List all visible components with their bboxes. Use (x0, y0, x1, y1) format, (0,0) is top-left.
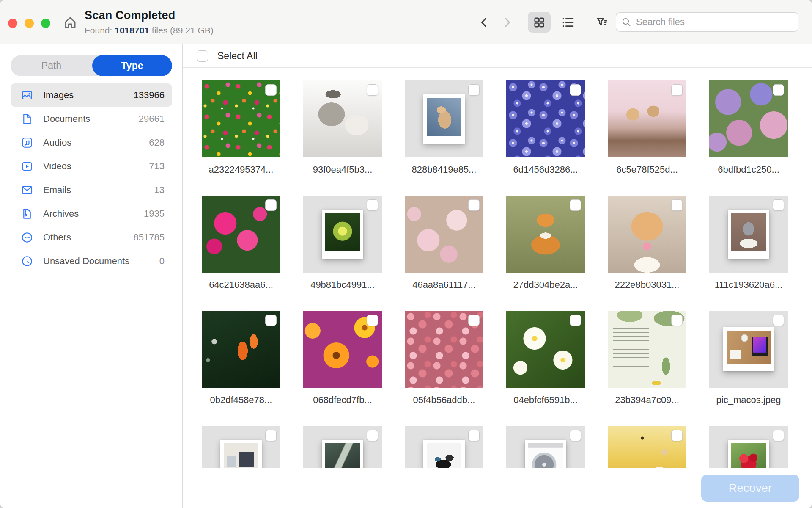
tile-checkbox[interactable] (468, 199, 480, 211)
grid-cell (506, 426, 585, 468)
list-view-button[interactable] (558, 14, 578, 31)
tile-checkbox[interactable] (265, 84, 277, 96)
sidebar-item-audios[interactable]: Audios628 (11, 131, 172, 154)
tile-checkbox[interactable] (570, 315, 581, 326)
tile-checkbox[interactable] (773, 84, 784, 96)
tile-checkbox[interactable] (367, 199, 378, 211)
select-all-checkbox[interactable] (197, 50, 208, 62)
file-tile[interactable] (709, 80, 788, 157)
tile-checkbox[interactable] (265, 199, 277, 211)
category-count: 628 (149, 137, 165, 148)
sidebar-item-images[interactable]: Images133966 (11, 83, 172, 107)
desk-macos-photo (727, 331, 771, 364)
file-tile[interactable] (202, 426, 280, 468)
grid-cell (709, 426, 788, 468)
tile-checkbox[interactable] (468, 430, 480, 441)
header-titles: Scan Completed Found: 1018701 files (89.… (85, 9, 214, 36)
grid-cell: 6d1456d3286... (506, 80, 585, 196)
tile-checkbox[interactable] (570, 199, 581, 211)
file-tile[interactable] (709, 426, 788, 468)
home-icon (63, 15, 78, 30)
tile-checkbox[interactable] (671, 84, 683, 96)
tile-checkbox[interactable] (367, 430, 378, 441)
tab-path[interactable]: Path (11, 55, 92, 76)
file-tile[interactable] (506, 80, 585, 157)
sidebar-item-emails[interactable]: Emails13 (11, 178, 172, 202)
file-tile[interactable] (405, 311, 483, 388)
minimize-button[interactable] (25, 19, 34, 28)
tile-checkbox[interactable] (671, 430, 683, 441)
sidebar-item-others[interactable]: Others851785 (11, 226, 172, 249)
tile-checkbox[interactable] (773, 199, 784, 211)
tile-checkbox[interactable] (570, 430, 581, 441)
tile-checkbox[interactable] (265, 315, 277, 326)
file-tile[interactable] (405, 426, 483, 468)
tile-checkbox[interactable] (367, 84, 378, 96)
file-tile[interactable] (506, 196, 585, 273)
file-tile[interactable] (202, 311, 280, 388)
file-tile[interactable] (303, 80, 382, 157)
file-grid: a2322495374...93f0ea4f5b3...828b8419e85.… (183, 68, 812, 468)
file-tile[interactable] (608, 426, 686, 468)
zoom-button[interactable] (41, 19, 50, 28)
recover-button[interactable]: Recover (701, 475, 799, 502)
filter-button[interactable] (592, 14, 612, 31)
path-type-segmented-control: Path Type (11, 55, 172, 76)
grid-cell (405, 426, 483, 468)
category-label: Audios (43, 137, 149, 148)
file-tile[interactable] (303, 311, 382, 388)
file-tile[interactable] (709, 196, 788, 273)
tile-checkbox[interactable] (468, 84, 480, 96)
file-tile[interactable] (303, 426, 382, 468)
file-tile[interactable] (608, 311, 686, 388)
sidebar: Path Type Images133966Documents29661Audi… (0, 44, 183, 508)
black-camera-photo (427, 443, 461, 468)
category-label: Archives (43, 208, 144, 219)
file-tile[interactable] (709, 311, 788, 388)
file-tile[interactable] (608, 196, 686, 273)
archives-icon (21, 207, 33, 220)
search-input[interactable] (635, 16, 793, 28)
main-content: Select All a2322495374...93f0ea4f5b3...8… (183, 44, 812, 508)
tile-checkbox[interactable] (671, 315, 683, 326)
scan-summary: Found: 1018701 files (89.21 GB) (85, 25, 214, 36)
file-tile[interactable] (608, 80, 686, 157)
tile-checkbox[interactable] (773, 430, 784, 441)
file-name: 05f4b56addb... (405, 395, 483, 406)
back-button[interactable] (476, 14, 492, 30)
home-button[interactable] (62, 14, 79, 31)
forward-button[interactable] (499, 14, 515, 30)
sidebar-item-documents[interactable]: Documents29661 (11, 107, 172, 130)
file-name: 64c21638aa6... (202, 279, 280, 290)
file-tile[interactable] (506, 311, 585, 388)
category-label: Images (43, 90, 134, 101)
tile-checkbox[interactable] (367, 315, 378, 326)
unsaved-icon (21, 255, 33, 268)
file-tile[interactable] (405, 196, 483, 273)
file-tile[interactable] (303, 196, 382, 273)
bottom-bar: Recover (183, 468, 812, 508)
polaroid-frame (723, 327, 774, 371)
sidebar-item-unsaved-documents[interactable]: Unsaved Documents0 (11, 249, 172, 273)
audios-icon (21, 136, 33, 149)
file-name: 0b2df458e78... (202, 395, 280, 406)
documents-icon (21, 113, 33, 125)
page-title: Scan Completed (85, 9, 214, 22)
file-tile[interactable] (405, 80, 483, 157)
polaroid-frame (220, 440, 262, 468)
file-tile[interactable] (506, 426, 585, 468)
polaroid-frame (423, 94, 465, 144)
grid-view-button[interactable] (528, 12, 551, 33)
file-tile[interactable] (202, 196, 280, 273)
sidebar-item-archives[interactable]: Archives1935 (11, 202, 172, 225)
tile-checkbox[interactable] (265, 430, 277, 441)
tile-checkbox[interactable] (773, 315, 784, 326)
file-grid-scroll-area[interactable]: a2322495374...93f0ea4f5b3...828b8419e85.… (183, 68, 812, 468)
tab-type[interactable]: Type (92, 55, 172, 76)
sidebar-item-videos[interactable]: Videos713 (11, 155, 172, 178)
file-tile[interactable] (202, 80, 280, 157)
tile-checkbox[interactable] (570, 84, 581, 96)
tile-checkbox[interactable] (671, 199, 683, 211)
tile-checkbox[interactable] (468, 315, 480, 326)
close-button[interactable] (8, 19, 17, 28)
